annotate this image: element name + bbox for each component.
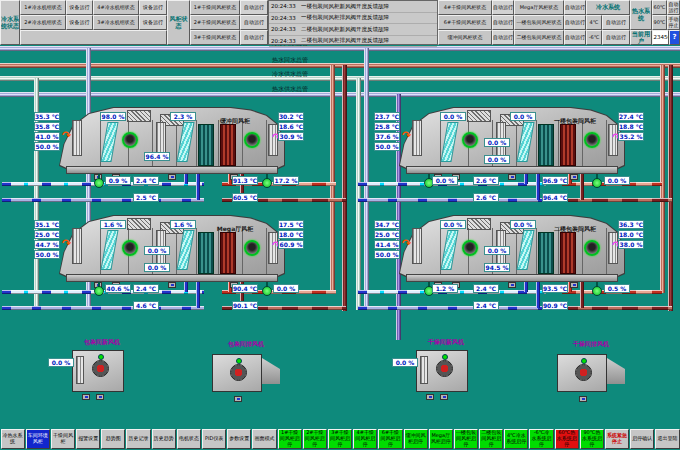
supply-fan-indicator[interactable] [122,240,138,256]
alarm-row[interactable]: 20:24:33一楼包装间风柜排风阀开度反馈故障 [269,13,437,25]
empty-cell [20,30,167,45]
chilled-supply-temp: 2.4 ℃ [473,284,499,293]
nav-button[interactable]: 冷热水系统 [1,429,25,449]
valve-icon[interactable] [592,174,601,187]
return-air-readout: 23.7 ℃ [374,112,400,121]
riser-chilled-return-right [364,48,369,310]
alarm-row[interactable]: 20:24:33二楼包装间风柜新风阀开度反馈故障 [269,24,437,36]
fan-unit[interactable]: 包装间新风机0.0 % [56,338,148,408]
return-air-readout: 50.0 % [34,142,60,151]
return-air-inlet-icon: ↷ [62,238,71,249]
supply-fan-indicator[interactable] [462,132,478,148]
return-fan-indicator[interactable] [584,132,600,148]
ahu-name-label: 一楼包装间风柜 [532,117,618,126]
nav-button[interactable]: PID仪表 [202,429,226,449]
sensor-box [570,174,578,180]
sensor-box [570,282,578,288]
ahu-section-divider [582,120,583,166]
chiller-status: 设备运行 [66,0,93,15]
alarm-row[interactable]: 20:24:33二楼包装间风柜排风阀开度反馈故障 [269,36,437,48]
nav-button[interactable]: 二楼包装间风柜启停 [479,429,503,449]
riser-hot-return-left [342,65,347,311]
return-fan-indicator[interactable] [584,240,600,256]
exhaust-arrow-stem [218,398,222,406]
fan-unit[interactable]: 干燥间新风机0.0 % [400,338,492,408]
help-button[interactable]: ? [669,30,680,45]
fan-impeller[interactable] [575,364,592,381]
supply-air-readout: 38.0 % [618,240,644,249]
return-fan-indicator[interactable] [244,240,260,256]
ahu-status-value: 自动运行 [240,30,268,45]
alarm-row[interactable]: 20:24:33一楼包装间风柜新风阀开度反馈故障 [269,1,437,13]
valve-icon[interactable] [94,174,103,187]
nav-button[interactable]: 4#干燥间风柜启停 [353,429,377,449]
supply-air-readout: 30.9 % [278,132,304,141]
fan-run-led [581,358,587,364]
nav-button[interactable]: 系统紧急停止 [605,429,629,449]
nav-button[interactable]: 退出登陆 [655,429,679,449]
nav-button[interactable]: 4℃冷水系统启停 [504,429,528,449]
nav-button[interactable]: 启停确认 [630,429,654,449]
nav-button[interactable]: 历史趋势 [152,429,176,449]
ahu-section-divider [266,120,267,166]
valve-icon[interactable] [94,282,103,295]
nav-button[interactable]: 缓冲间风柜启停 [404,429,428,449]
fan-unit[interactable]: 干燥间排风机 [545,340,637,410]
nav-button[interactable]: 干燥间风柜 [51,429,75,449]
heating-coil [560,124,576,166]
hot-water-temp: 60℃ [652,0,667,15]
ahu-section-divider [218,120,219,166]
sensor-box [579,396,587,402]
main-chilled-supply-pipe [0,76,680,81]
fan-unit[interactable]: 包装间排风机 [200,340,292,410]
supply-fan-indicator[interactable] [462,240,478,256]
hot-return-temp: 90.1 ℃ [232,301,258,310]
fan-speed-readout: 0.0 % [392,358,418,367]
return-air-readout: 50.0 % [374,142,400,151]
return-fan-indicator[interactable] [244,132,260,148]
nav-button[interactable]: 3#干燥间风柜启停 [328,429,352,449]
alarm-time: 20:24:33 [269,26,301,32]
return-air-readout: 25.0 ℃ [374,230,400,239]
valve-icon[interactable] [262,174,271,187]
return-air-readout: 37.6 % [374,132,400,141]
nav-button[interactable]: 车间环境风柜 [26,429,50,449]
chiller-name: 2#冷水机组状态 [20,15,66,30]
nav-button[interactable]: 1#干燥间风柜启停 [278,429,302,449]
nav-button[interactable]: 历史记录 [126,429,150,449]
valve-icon[interactable] [262,282,271,295]
return-air-inlet-icon: ↷ [402,130,411,141]
fan-run-led [236,358,242,364]
fan-impeller[interactable] [436,360,453,377]
exhaust-arrow-stem [563,398,567,406]
nav-button[interactable]: 趋势图 [101,429,125,449]
top-status-bar: 冷水系统状态1#冷水机组状态设备运行4#冷水机组状态设备运行2#冷水机组状态设备… [0,0,680,45]
nav-button[interactable]: 参数设置 [227,429,251,449]
ahu-status-value: 自动运行 [240,0,268,15]
nav-button[interactable]: 2#干燥间风柜启停 [303,429,327,449]
roof-damper [467,110,491,122]
return-air-readout: 44.7 % [34,240,60,249]
nav-button[interactable]: 电机状态 [177,429,201,449]
fan-impeller[interactable] [92,360,109,377]
nav-button[interactable]: Mega厅风柜启停 [429,429,453,449]
nav-button[interactable]: 报警设置 [76,429,100,449]
nav-button[interactable]: 6#干燥间风柜启停 [378,429,402,449]
current-user-value[interactable]: 123456 [652,30,669,45]
fan-unit-label: 包装间排风机 [200,340,292,349]
cooling-coil [538,124,554,166]
heating-coil [220,232,236,274]
nav-button[interactable]: -6℃冷水系统启停 [529,429,553,449]
ahu-name-label: 缓冲间风柜 [192,117,278,126]
nav-button[interactable]: 画面模式 [252,429,276,449]
damper-position-readout: 0.0 % [144,263,170,272]
nav-button[interactable]: 60℃热水系统启停 [555,429,579,449]
fan-inlet-grille [76,356,84,384]
fan-impeller[interactable] [230,364,247,381]
supply-fan-indicator[interactable] [122,132,138,148]
ahu-status-value: 自动运行 [492,15,514,30]
chiller-name: 1#冷水机组状态 [20,0,66,15]
valve-icon[interactable] [592,282,601,295]
nav-button[interactable]: 90℃热水系统启停 [580,429,604,449]
nav-button[interactable]: 一楼包装间风柜启停 [454,429,478,449]
